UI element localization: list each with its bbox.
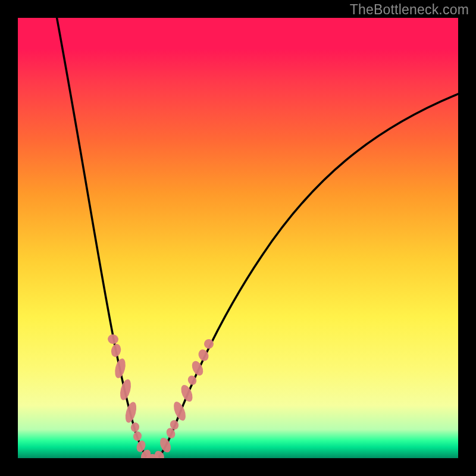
- curve-marker: [132, 430, 143, 442]
- plot-area: [18, 18, 458, 458]
- curve-marker: [130, 421, 140, 433]
- curve-marker: [179, 383, 195, 403]
- curve-right-branch: [158, 89, 458, 458]
- curve-marker: [171, 400, 188, 422]
- curve-marker: [110, 343, 123, 358]
- curve-marker: [113, 358, 127, 380]
- marker-group: [107, 333, 215, 458]
- curve-left-branch: [54, 18, 148, 458]
- curve-marker: [118, 378, 133, 402]
- chart-frame: TheBottleneck.com: [0, 0, 476, 476]
- curve-marker: [107, 333, 120, 345]
- chart-svg: [18, 18, 458, 458]
- curve-marker: [123, 400, 138, 424]
- watermark-text: TheBottleneck.com: [350, 2, 469, 18]
